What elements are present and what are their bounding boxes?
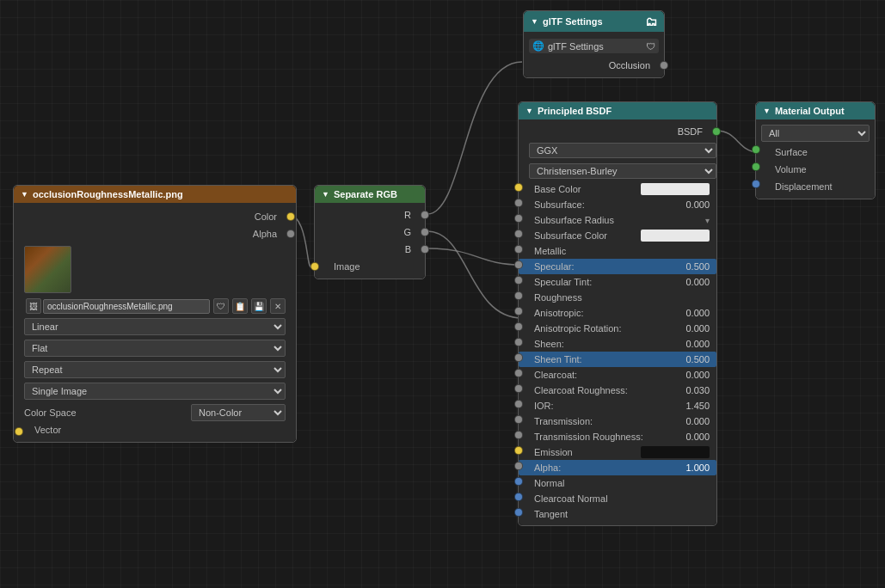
b-output-socket[interactable] <box>421 245 429 254</box>
alpha-output-socket[interactable] <box>286 230 295 238</box>
specular-tint-socket[interactable] <box>514 276 523 285</box>
emission-swatch[interactable] <box>641 446 710 458</box>
emission-socket[interactable] <box>514 446 523 455</box>
displacement-input-row: Displacement <box>756 178 875 195</box>
normal-socket[interactable] <box>514 477 523 486</box>
specular-tint-label: Specular Tint: <box>525 277 675 287</box>
metallic-row: Metallic <box>519 243 716 259</box>
image-input-socket[interactable] <box>310 262 319 271</box>
file-selector-row: 🖼 occlusionRoughnessMetallic.png 🛡 📋 💾 ✕ <box>19 297 291 315</box>
vector-input-socket[interactable] <box>15 427 23 436</box>
all-select[interactable]: All Cycles Eevee <box>761 125 870 142</box>
clearcoat-normal-label: Clearcoat Normal <box>525 493 710 504</box>
subsurface-radius-socket[interactable] <box>514 214 523 223</box>
volume-input-row: Volume <box>756 161 875 178</box>
occlusion-output-label: Occlusion <box>609 60 650 70</box>
anisotropic-socket[interactable] <box>514 307 523 315</box>
color-space-row: Color Space Non-Color Linear sRGB Raw <box>19 402 291 423</box>
volume-label: Volume <box>770 164 807 175</box>
sheen-row: Sheen: 0.000 <box>519 336 716 352</box>
sheen-tint-label: Sheen Tint: <box>525 354 675 364</box>
metallic-socket[interactable] <box>514 245 523 254</box>
subsurface-color-socket[interactable] <box>514 230 523 238</box>
specular-row: Specular: 0.500 <box>519 259 716 274</box>
ggx-dropdown-row: GGX Multiscatter GGX <box>519 140 716 161</box>
material-output-node: ▼ Material Output All Cycles Eevee Surfa… <box>755 101 876 199</box>
occlusion-output-row: Occlusion <box>524 57 664 74</box>
transmission-value: 0.000 <box>675 416 710 426</box>
emission-row: Emission <box>519 444 716 460</box>
g-output-socket[interactable] <box>421 228 429 236</box>
bsdf-header[interactable]: ▼ Principled BSDF <box>519 102 716 119</box>
transmission-roughness-socket[interactable] <box>514 431 523 439</box>
interpolation-select[interactable]: Linear Closest Cubic Smart <box>24 318 286 335</box>
collapse-triangle: ▼ <box>21 190 28 199</box>
source-select[interactable]: Single Image Image Sequence Movie Genera… <box>24 383 286 400</box>
transmission-roughness-value: 0.000 <box>675 432 710 442</box>
anisotropic-rotation-socket[interactable] <box>514 322 523 331</box>
base-color-swatch[interactable] <box>641 183 710 195</box>
color-space-select[interactable]: Non-Color Linear sRGB Raw <box>191 404 286 421</box>
projection-select[interactable]: Flat Box Sphere Tube <box>24 340 286 357</box>
clearcoat-normal-socket[interactable] <box>514 493 523 501</box>
burley-select[interactable]: Christensen-Burley Random Walk <box>529 163 716 179</box>
anisotropic-rotation-row: Anisotropic Rotation: 0.000 <box>519 321 716 336</box>
subsurface-radius-label: Subsurface Radius <box>534 215 705 225</box>
color-output-row: Color <box>19 208 291 225</box>
displacement-input-socket[interactable] <box>752 180 760 188</box>
clearcoat-socket[interactable] <box>514 369 523 377</box>
image-type-icon[interactable]: 🖼 <box>26 298 41 314</box>
alpha-socket[interactable] <box>514 462 523 470</box>
tangent-socket[interactable] <box>514 508 523 517</box>
specular-tint-value: 0.000 <box>675 277 710 287</box>
roughness-socket[interactable] <box>514 291 523 300</box>
ior-value: 1.450 <box>675 401 710 411</box>
extension-select[interactable]: Repeat Extend Clip Mirror <box>24 361 286 378</box>
protect-icon[interactable]: 🛡 <box>213 298 229 314</box>
r-output-socket[interactable] <box>421 211 429 219</box>
gltf-header[interactable]: ▼ glTF Settings 🗂 <box>524 11 664 32</box>
ggx-select[interactable]: GGX Multiscatter GGX <box>529 143 716 158</box>
image-texture-title: occlusionRoughnessMetallic.png <box>33 189 183 199</box>
transmission-socket[interactable] <box>514 415 523 424</box>
ior-socket[interactable] <box>514 400 523 408</box>
displacement-label: Displacement <box>770 181 833 192</box>
subsurface-socket[interactable] <box>514 199 523 207</box>
base-color-row: Base Color <box>519 181 716 197</box>
color-output-label: Color <box>26 211 284 222</box>
shield-icon-gltf: 🛡 <box>646 41 655 52</box>
base-color-socket[interactable] <box>514 183 523 192</box>
vector-input-row: Vector <box>19 423 291 437</box>
subsurface-color-swatch[interactable] <box>641 230 710 242</box>
sheen-socket[interactable] <box>514 338 523 346</box>
save-icon[interactable]: 💾 <box>251 298 267 314</box>
close-icon[interactable]: ✕ <box>270 298 286 314</box>
clearcoat-roughness-socket[interactable] <box>514 384 523 393</box>
subsurface-radius-field[interactable]: Subsurface Radius ▾ <box>525 215 710 225</box>
sheen-tint-socket[interactable] <box>514 353 523 362</box>
material-output-header[interactable]: ▼ Material Output <box>756 102 875 119</box>
sheen-tint-row: Sheen Tint: 0.500 <box>519 352 716 367</box>
bsdf-output-socket[interactable] <box>712 127 721 136</box>
ior-label: IOR: <box>525 401 675 411</box>
clearcoat-label: Clearcoat: <box>525 370 675 380</box>
subsurface-label: Subsurface: <box>525 199 675 210</box>
specular-value: 0.500 <box>675 261 710 272</box>
surface-input-socket[interactable] <box>752 145 760 154</box>
gltf-body: 🌐 glTF Settings 🛡 Occlusion <box>524 32 664 77</box>
specular-socket[interactable] <box>514 260 523 269</box>
volume-input-socket[interactable] <box>752 162 760 171</box>
anisotropic-label: Anisotropic: <box>525 308 675 318</box>
subsurface-radius-dropdown-arrow: ▾ <box>705 216 710 225</box>
clearcoat-roughness-value: 0.030 <box>675 385 710 395</box>
image-preview-area <box>19 242 291 297</box>
copy-icon[interactable]: 📋 <box>232 298 248 314</box>
image-input-label: Image <box>329 261 360 272</box>
color-output-socket[interactable] <box>286 212 295 221</box>
filename-field[interactable]: occlusionRoughnessMetallic.png <box>43 299 210 314</box>
tangent-row: Tangent <box>519 506 716 522</box>
image-texture-header[interactable]: ▼ occlusionRoughnessMetallic.png <box>14 186 296 203</box>
separate-rgb-header[interactable]: ▼ Separate RGB <box>315 186 425 203</box>
occlusion-output-socket[interactable] <box>660 61 668 70</box>
collapse-triangle-2: ▼ <box>322 190 329 199</box>
